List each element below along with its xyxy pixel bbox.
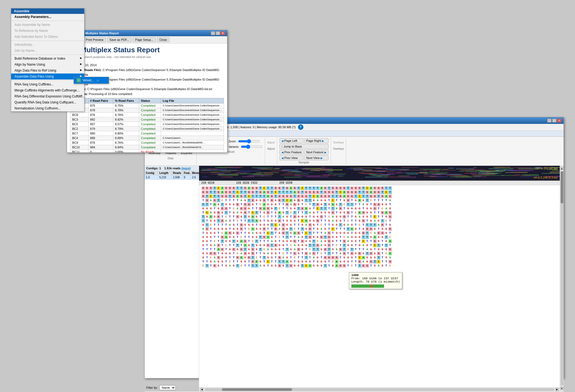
dna-base: A [324, 231, 327, 235]
next-feature-btn[interactable]: Next Feature ▶ [304, 150, 328, 155]
dna-base: T [381, 260, 384, 264]
dna-base: G [358, 252, 361, 255]
assemble-data-files-item[interactable]: Assemble Data Files Using [11, 74, 84, 79]
page-left-btn[interactable]: ◀ Page Left [279, 138, 304, 143]
page-setup-btn[interactable]: Page Setup... [133, 37, 156, 42]
align-by-name-item[interactable]: Align by Name Using [11, 62, 84, 68]
align-data-files-item[interactable]: Align Data Files to Ref Using [11, 68, 84, 74]
dna-base: G [251, 248, 255, 251]
dna-base: G [339, 264, 342, 268]
help-btn[interactable]: ? [298, 124, 303, 130]
normalization-item[interactable]: Normalization Using Cuffnorm... [11, 105, 84, 111]
dna-base: G [301, 207, 304, 210]
dna-base: G [335, 231, 339, 235]
variants-slider[interactable] [241, 145, 263, 149]
maximize-btn[interactable]: □ [216, 31, 220, 35]
dna-base: G [366, 244, 369, 247]
dna-base: A [209, 199, 213, 202]
v-scroll-track[interactable] [561, 171, 563, 386]
dna-base: T [202, 248, 205, 251]
rnaseq-cufflinks-item[interactable]: RNA-Seq Using Cufflinks... [11, 81, 84, 87]
dna-base: C [259, 203, 262, 206]
prev-view-btn[interactable]: ◀ Prev View [279, 155, 304, 160]
dna-base: C [373, 215, 377, 219]
print-preview-btn[interactable]: Print Preview [83, 37, 106, 42]
tablet-close-btn[interactable]: ✕ [557, 119, 561, 122]
dna-base: T [373, 260, 377, 264]
dna-base: G [350, 207, 354, 210]
dna-base: G [335, 256, 339, 259]
save-pdf-btn[interactable]: Save as PDF... [107, 37, 132, 42]
tablet-minimize-btn[interactable]: _ [547, 119, 552, 122]
scroll-right-btn[interactable]: ▶ [555, 388, 559, 391]
dna-row: TTTAGTGGGGTGGGTCAGGGTTGAGGTCTTGGTGAGTCTT… [201, 203, 558, 206]
contig-row[interactable]: 1-0 5,210 1,508 0 2.6 [145, 175, 199, 180]
dna-base: T [266, 227, 270, 231]
minimize-btn[interactable]: _ [211, 31, 215, 35]
next-view-btn[interactable]: Next View ▶ [304, 155, 328, 160]
scroll-track[interactable] [205, 388, 554, 391]
close-report-btn[interactable]: Close [157, 37, 169, 42]
dna-base: T [255, 191, 258, 194]
tablet-maximize-btn[interactable]: □ [552, 119, 556, 122]
h-scrollbar[interactable]: ◀ ▶ [199, 387, 560, 391]
dna-base: A [240, 199, 243, 202]
dna-base: T [369, 264, 373, 268]
dna-base: T [297, 256, 300, 259]
prev-feature-btn[interactable]: ◀ Prev Feature [279, 150, 304, 155]
dna-base: G [202, 223, 205, 227]
dna-base: A [293, 248, 297, 251]
dna-base: T [282, 235, 285, 239]
dna-base: T [369, 203, 373, 206]
v-scrollbar[interactable]: ▲ ▼ [560, 166, 564, 391]
dna-base: T [297, 227, 300, 231]
dna-row: GTCTTGGTGAGTCTTTTAGTGGGGTGGGTCAGGGTTGAGG… [201, 194, 558, 198]
assembly-parameters-item[interactable]: Assembly Parameters... [11, 14, 84, 20]
dna-base: G [381, 231, 384, 235]
dna-base: G [259, 227, 262, 231]
build-reference-item[interactable]: Build Reference Database or Index [11, 56, 84, 62]
scroll-left-btn[interactable]: ◀ [200, 388, 203, 391]
page-right-btn[interactable]: Page Right ▶ [304, 138, 328, 143]
dna-base: T [346, 203, 350, 206]
merge-cufflinks-item[interactable]: Merge Cufflinks Alignments with Cuffmerg… [11, 87, 84, 93]
dna-base: T [282, 203, 285, 206]
dna-base: T [255, 203, 258, 206]
dna-base: G [369, 260, 373, 264]
dna-sequence-display[interactable]: GGGTCAGGGTTGAGGTCTTGGTGAGTCTTTTAGTGGGGTG… [199, 185, 560, 387]
dna-base: G [259, 244, 262, 247]
dna-base: G [217, 244, 220, 247]
dna-base: T [339, 223, 342, 227]
dna-base: G [320, 203, 323, 206]
dna-base: A [385, 195, 388, 198]
scroll-up-btn[interactable]: ▲ [560, 167, 564, 170]
more-link[interactable]: (more) [181, 167, 191, 170]
scroll-thumb[interactable] [222, 388, 292, 391]
status-close-btn[interactable]: ✕ [221, 31, 225, 35]
dna-base: T [343, 219, 346, 223]
rnaseq-cuffdiff-item[interactable]: RNA-Seq Differential Expression Using Cu… [11, 93, 84, 99]
dna-base: A [213, 260, 217, 264]
dna-base: T [350, 203, 354, 206]
quantify-cuffquant-item[interactable]: Quantify RNA-Seq Data Using Cuffquant... [11, 99, 84, 105]
dna-base: G [232, 203, 236, 206]
dna-base: C [312, 195, 316, 198]
dna-base: G [324, 240, 327, 243]
dna-base: G [289, 223, 293, 227]
dna-base: G [202, 207, 205, 210]
dna-base: T [377, 211, 381, 215]
jump-base-btn[interactable]: ↑ Jump to Base [279, 144, 328, 149]
v-scroll-thumb[interactable] [561, 171, 563, 203]
zoom-slider[interactable] [238, 139, 260, 143]
velvet-menu-item[interactable]: V Velvet... ▷ [74, 77, 109, 84]
dna-base: A [224, 235, 228, 239]
dna-base: T [362, 186, 365, 190]
contig-col-header: Contig [145, 171, 158, 175]
table-row: 876 [88, 140, 113, 145]
dna-base: T [270, 211, 274, 215]
dna-base: G [324, 256, 327, 259]
filter-select[interactable]: Name [159, 385, 176, 390]
scroll-down-btn[interactable]: ▼ [560, 387, 564, 390]
dna-base: T [377, 199, 381, 202]
dna-base: G [202, 186, 205, 190]
